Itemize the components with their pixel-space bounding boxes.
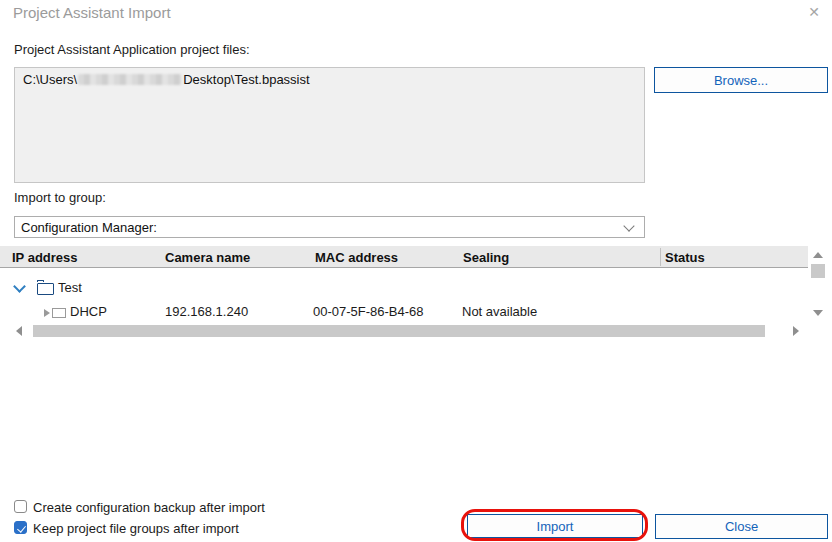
keep-groups-label: Keep project file groups after import (33, 521, 239, 536)
create-backup-checkbox[interactable] (14, 500, 27, 513)
project-files-list[interactable]: C:\Users\Desktop\Test.bpassist (14, 67, 645, 183)
tree-expand-chevron-icon[interactable] (13, 280, 26, 293)
scroll-right-arrow-icon[interactable] (793, 326, 799, 336)
cell-sealing: Not available (462, 304, 537, 319)
folder-icon (37, 283, 54, 295)
table-row-camera[interactable]: DHCP 192.168.1.240 00-07-5F-86-B4-68 Not… (0, 300, 808, 324)
scroll-down-arrow-icon[interactable] (813, 310, 823, 316)
group-name: Test (58, 280, 82, 295)
table-header: IP address Camera name MAC address Seali… (0, 246, 808, 268)
scroll-up-arrow-icon[interactable] (813, 252, 823, 258)
keep-groups-checkbox[interactable] (14, 521, 27, 534)
create-backup-label: Create configuration backup after import (33, 500, 265, 515)
close-icon[interactable]: ✕ (804, 2, 824, 22)
project-files-label: Project Assistant Application project fi… (14, 42, 250, 57)
import-button[interactable]: Import (467, 514, 643, 538)
horizontal-scrollbar-thumb[interactable] (33, 325, 765, 337)
redacted-username (78, 74, 182, 85)
cell-camera-name: 192.168.1.240 (165, 304, 248, 319)
col-header-status[interactable]: Status (665, 250, 705, 265)
group-select-value: Configuration Manager: (21, 220, 157, 235)
cell-mac-address: 00-07-5F-86-B4-68 (313, 304, 424, 319)
scroll-left-arrow-icon[interactable] (16, 326, 22, 336)
browse-button[interactable]: Browse... (654, 67, 828, 93)
col-header-camera-name[interactable]: Camera name (165, 250, 250, 265)
file-path-suffix: Desktop\Test.bpassist (183, 72, 309, 87)
dialog-title: Project Assistant Import (13, 4, 171, 21)
file-path-prefix: C:\Users\ (23, 72, 77, 87)
chevron-down-icon (623, 220, 634, 231)
close-button[interactable]: Close (655, 514, 828, 539)
import-group-label: Import to group: (14, 190, 106, 205)
cell-ip-address: DHCP (70, 304, 107, 319)
group-select[interactable]: Configuration Manager: (14, 216, 645, 238)
column-separator (660, 248, 661, 266)
col-header-ip-address[interactable]: IP address (12, 250, 78, 265)
col-header-sealing[interactable]: Sealing (463, 250, 509, 265)
project-assistant-import-dialog: Project Assistant Import ✕ Project Assis… (0, 0, 832, 542)
file-path: C:\Users\Desktop\Test.bpassist (23, 72, 310, 87)
camera-icon (52, 308, 66, 318)
vertical-scrollbar-thumb[interactable] (811, 264, 825, 278)
col-header-mac-address[interactable]: MAC address (315, 250, 398, 265)
table-row-group[interactable]: Test (0, 276, 808, 300)
